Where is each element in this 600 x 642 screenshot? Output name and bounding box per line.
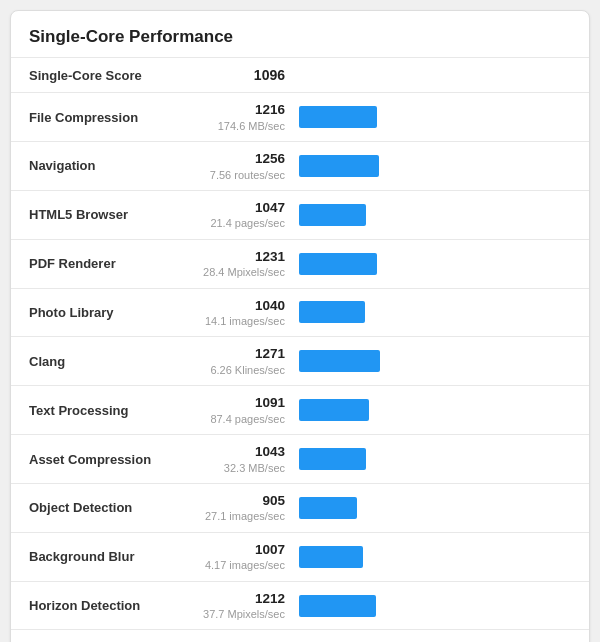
table-row: Navigation12567.56 routes/sec	[11, 141, 589, 190]
row-name: Clang	[29, 354, 189, 369]
row-score: 101377.9 Mpixels/sec	[189, 638, 299, 642]
score-value: 1256	[189, 150, 285, 168]
score-value: 1007	[189, 541, 285, 559]
table-row: Clang12716.26 Klines/sec	[11, 336, 589, 385]
score-bar	[299, 106, 377, 128]
bar-container	[299, 253, 571, 275]
row-name: Horizon Detection	[29, 598, 189, 613]
score-sub: 21.4 pages/sec	[189, 216, 285, 230]
score-value: 1212	[189, 590, 285, 608]
score-sub: 37.7 Mpixels/sec	[189, 607, 285, 621]
row-score: 10074.17 images/sec	[189, 541, 299, 573]
score-sub: 4.17 images/sec	[189, 558, 285, 572]
score-bar	[299, 204, 366, 226]
table-row: Object Remover101377.9 Mpixels/sec	[11, 629, 589, 642]
row-score: 90527.1 images/sec	[189, 492, 299, 524]
bar-container	[299, 350, 571, 372]
row-score: 12716.26 Klines/sec	[189, 345, 299, 377]
score-value: 1216	[189, 101, 285, 119]
bar-container	[299, 448, 571, 470]
row-name: HTML5 Browser	[29, 207, 189, 222]
bar-container	[299, 204, 571, 226]
row-score: 104014.1 images/sec	[189, 297, 299, 329]
bar-container	[299, 497, 571, 519]
score-value: 1013	[189, 638, 285, 642]
rows-container: Single-Core Score1096File Compression121…	[11, 57, 589, 642]
score-sub: 7.56 routes/sec	[189, 168, 285, 182]
table-row: HTML5 Browser104721.4 pages/sec	[11, 190, 589, 239]
row-name: Object Detection	[29, 500, 189, 515]
table-row: Photo Library104014.1 images/sec	[11, 288, 589, 337]
score-bar	[299, 497, 357, 519]
row-score: 1096	[189, 66, 299, 84]
score-value: 1271	[189, 345, 285, 363]
score-value: 1047	[189, 199, 285, 217]
score-sub: 87.4 pages/sec	[189, 412, 285, 426]
bar-container	[299, 546, 571, 568]
row-name: Single-Core Score	[29, 68, 189, 83]
score-value: 1096	[189, 66, 285, 84]
score-bar	[299, 253, 377, 275]
table-row: Text Processing109187.4 pages/sec	[11, 385, 589, 434]
table-row: Asset Compression104332.3 MB/sec	[11, 434, 589, 483]
table-row: Object Detection90527.1 images/sec	[11, 483, 589, 532]
score-sub: 32.3 MB/sec	[189, 461, 285, 475]
row-score: 123128.4 Mpixels/sec	[189, 248, 299, 280]
score-sub: 6.26 Klines/sec	[189, 363, 285, 377]
row-name: Photo Library	[29, 305, 189, 320]
row-name: Text Processing	[29, 403, 189, 418]
row-name: PDF Renderer	[29, 256, 189, 271]
score-bar	[299, 448, 366, 470]
score-value: 1231	[189, 248, 285, 266]
score-bar	[299, 155, 379, 177]
row-score: 109187.4 pages/sec	[189, 394, 299, 426]
row-name: Background Blur	[29, 549, 189, 564]
score-value: 1091	[189, 394, 285, 412]
bar-container	[299, 399, 571, 421]
card: Single-Core Performance Single-Core Scor…	[10, 10, 590, 642]
score-value: 1040	[189, 297, 285, 315]
table-row: Single-Core Score1096	[11, 57, 589, 92]
table-row: PDF Renderer123128.4 Mpixels/sec	[11, 239, 589, 288]
row-score: 1216174.6 MB/sec	[189, 101, 299, 133]
row-score: 12567.56 routes/sec	[189, 150, 299, 182]
table-row: Horizon Detection121237.7 Mpixels/sec	[11, 581, 589, 630]
score-bar	[299, 546, 363, 568]
row-score: 121237.7 Mpixels/sec	[189, 590, 299, 622]
score-sub: 27.1 images/sec	[189, 509, 285, 523]
score-bar	[299, 595, 376, 617]
bar-container	[299, 595, 571, 617]
table-row: File Compression1216174.6 MB/sec	[11, 92, 589, 141]
score-bar	[299, 399, 369, 421]
score-bar	[299, 301, 365, 323]
table-row: Background Blur10074.17 images/sec	[11, 532, 589, 581]
row-name: File Compression	[29, 110, 189, 125]
score-sub: 14.1 images/sec	[189, 314, 285, 328]
row-score: 104721.4 pages/sec	[189, 199, 299, 231]
score-sub: 174.6 MB/sec	[189, 119, 285, 133]
bar-container	[299, 301, 571, 323]
row-name: Asset Compression	[29, 452, 189, 467]
score-value: 1043	[189, 443, 285, 461]
row-name: Navigation	[29, 158, 189, 173]
score-bar	[299, 350, 380, 372]
score-value: 905	[189, 492, 285, 510]
page-title: Single-Core Performance	[11, 27, 589, 57]
score-sub: 28.4 Mpixels/sec	[189, 265, 285, 279]
row-score: 104332.3 MB/sec	[189, 443, 299, 475]
bar-container	[299, 155, 571, 177]
bar-container	[299, 106, 571, 128]
